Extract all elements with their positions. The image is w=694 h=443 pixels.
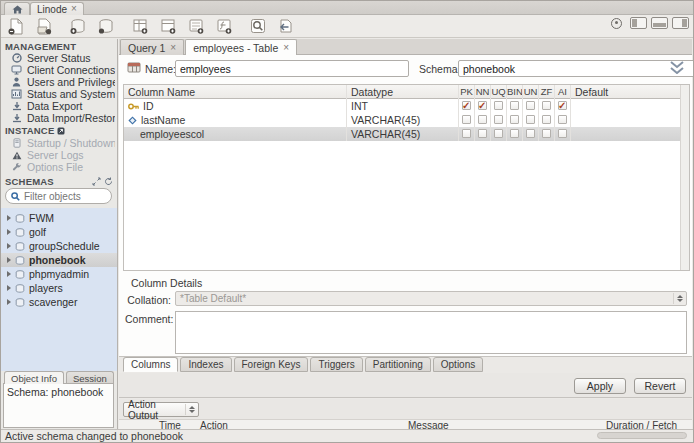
double-chevron-down-icon[interactable] <box>669 61 685 74</box>
sidebar-item-client-connections[interactable]: Client Connections <box>11 64 115 76</box>
flag-checkbox-pk[interactable] <box>462 101 471 110</box>
col-header-un[interactable]: UN <box>522 85 538 99</box>
column-default[interactable] <box>570 127 670 141</box>
output-selector[interactable]: Action Output <box>123 402 199 417</box>
flag-checkbox-un[interactable] <box>526 129 535 138</box>
flag-checkbox-ai[interactable] <box>558 129 567 138</box>
flag-checkbox-pk[interactable] <box>462 115 471 124</box>
schema-filter[interactable] <box>5 188 112 204</box>
tab-employees-table[interactable]: employees - Table × <box>185 39 297 55</box>
table-row[interactable]: ID INT <box>124 99 680 113</box>
new-connection-icon[interactable] <box>65 16 91 36</box>
create-procedure-icon[interactable] <box>183 16 209 36</box>
col-header-pk[interactable]: PK <box>458 85 474 99</box>
table-row[interactable]: lastName VARCHAR(45) <box>124 113 680 127</box>
flag-checkbox-nn[interactable] <box>478 101 487 110</box>
col-header-zf[interactable]: ZF <box>538 85 554 99</box>
instance-rescan-icon[interactable] <box>57 127 65 135</box>
toggle-right-panel-icon[interactable] <box>672 17 689 29</box>
apply-button[interactable]: Apply <box>574 378 626 394</box>
tab-indexes[interactable]: Indexes <box>180 357 231 372</box>
col-header-bin[interactable]: BIN <box>506 85 522 99</box>
expander-icon[interactable] <box>7 243 11 249</box>
expander-icon[interactable] <box>7 285 11 291</box>
col-header-column-name[interactable]: Column Name <box>128 85 342 99</box>
tab-foreign-keys[interactable]: Foreign Keys <box>234 357 309 372</box>
sidebar-item-options-file[interactable]: Options File <box>11 161 115 173</box>
flag-checkbox-uq[interactable] <box>494 101 503 110</box>
flag-checkbox-nn[interactable] <box>478 129 487 138</box>
sidebar-item-startup-shutdown[interactable]: Startup / Shutdown <box>11 137 115 149</box>
tab-query-1[interactable]: Query 1 × <box>120 39 184 55</box>
schema-item-phonebook[interactable]: phonebook <box>1 253 117 267</box>
flag-checkbox-bin[interactable] <box>510 101 519 110</box>
horizontal-scrollbar[interactable] <box>597 432 687 439</box>
flag-checkbox-un[interactable] <box>526 101 535 110</box>
open-sql-script-icon[interactable] <box>31 16 57 36</box>
sidebar-item-server-status[interactable]: Server Status <box>11 52 115 64</box>
vertical-scrollbar[interactable] <box>680 85 689 270</box>
col-header-default[interactable]: Default <box>570 85 670 99</box>
create-view-icon[interactable] <box>155 16 181 36</box>
sidebar-item-users-privileges[interactable]: Users and Privileges <box>11 76 115 88</box>
expander-icon[interactable] <box>7 229 11 235</box>
schema-item-fwm[interactable]: FWM <box>1 211 117 225</box>
flag-checkbox-un[interactable] <box>526 115 535 124</box>
status-circle-icon[interactable] <box>611 18 622 29</box>
expander-icon[interactable] <box>7 215 11 221</box>
schema-item-players[interactable]: players <box>1 281 117 295</box>
stepper-icon[interactable] <box>185 404 194 415</box>
table-row-selected[interactable]: employeescol VARCHAR(45) <box>124 127 680 141</box>
column-default[interactable] <box>570 113 670 127</box>
create-table-icon[interactable] <box>127 16 153 36</box>
tab-object-info[interactable]: Object Info <box>4 371 64 384</box>
create-function-icon[interactable] <box>211 16 237 36</box>
flag-checkbox-pk[interactable] <box>462 129 471 138</box>
filter-input[interactable] <box>24 191 106 202</box>
expander-icon[interactable] <box>7 299 11 305</box>
new-sql-tab-icon[interactable] <box>3 16 29 36</box>
reconnect-db-icon[interactable] <box>273 16 299 36</box>
col-header-ai[interactable]: AI <box>554 85 570 99</box>
sidebar-item-system-variables[interactable]: Status and System Variables <box>11 88 115 100</box>
sidebar-item-data-import[interactable]: Data Import/Restore <box>11 112 115 124</box>
expander-icon[interactable] <box>7 271 11 277</box>
table-name-input[interactable] <box>175 60 409 77</box>
stepper-icon[interactable] <box>673 293 682 304</box>
toggle-bottom-panel-icon[interactable] <box>651 17 668 29</box>
expand-panel-icon[interactable] <box>92 177 101 186</box>
flag-checkbox-uq[interactable] <box>494 115 503 124</box>
flag-checkbox-bin[interactable] <box>510 129 519 138</box>
comment-textarea[interactable] <box>175 311 687 354</box>
close-icon[interactable]: × <box>283 43 289 53</box>
col-header-uq[interactable]: UQ <box>490 85 506 99</box>
refresh-icon[interactable] <box>104 177 113 186</box>
collation-select[interactable]: *Table Default* <box>175 291 687 306</box>
flag-checkbox-zf[interactable] <box>542 129 551 138</box>
search-icon[interactable] <box>245 16 271 36</box>
close-icon[interactable]: × <box>71 4 77 14</box>
schema-item-phpmyadmin[interactable]: phpmyadmin <box>1 267 117 281</box>
close-icon[interactable]: × <box>170 43 176 53</box>
col-header-datatype[interactable]: Datatype <box>346 85 454 99</box>
col-header-nn[interactable]: NN <box>474 85 490 99</box>
tab-options[interactable]: Options <box>433 357 483 372</box>
tab-triggers[interactable]: Triggers <box>310 357 362 372</box>
tab-columns[interactable]: Columns <box>123 357 178 372</box>
sidebar-item-server-logs[interactable]: Server Logs <box>11 149 115 161</box>
flag-checkbox-zf[interactable] <box>542 101 551 110</box>
flag-checkbox-nn[interactable] <box>478 115 487 124</box>
column-default[interactable] <box>570 99 670 113</box>
schema-item-scavenger[interactable]: scavenger <box>1 295 117 309</box>
flag-checkbox-bin[interactable] <box>510 115 519 124</box>
schema-item-golf[interactable]: golf <box>1 225 117 239</box>
flag-checkbox-ai[interactable] <box>558 101 567 110</box>
create-schema-icon[interactable] <box>93 16 119 36</box>
sidebar-item-data-export[interactable]: Data Export <box>11 100 115 112</box>
schema-select[interactable]: phonebook <box>458 60 694 77</box>
flag-checkbox-ai[interactable] <box>558 115 567 124</box>
home-tab[interactable] <box>4 2 30 15</box>
schema-item-groupschedule[interactable]: groupSchedule <box>1 239 117 253</box>
flag-checkbox-zf[interactable] <box>542 115 551 124</box>
toggle-left-panel-icon[interactable] <box>630 17 647 29</box>
